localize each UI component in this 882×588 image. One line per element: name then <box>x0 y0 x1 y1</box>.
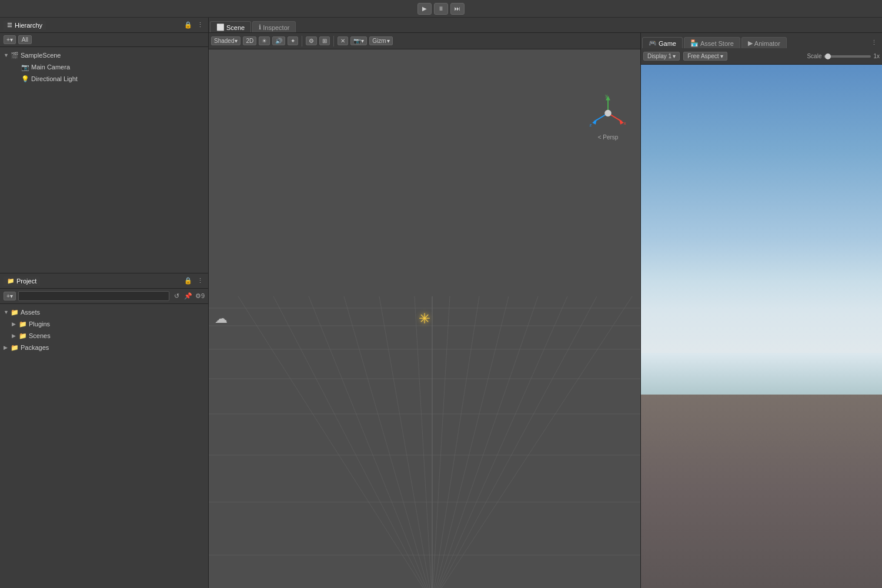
left-panel: ☰ Hierarchy 🔒 ⋮ +▾ All ▼ <box>0 18 209 588</box>
folder-scenes[interactable]: ▶ 📁 Scenes <box>0 330 208 342</box>
project-refresh-icon[interactable]: ↺ <box>172 292 181 301</box>
game-horizon <box>641 353 882 395</box>
svg-text:x: x <box>624 121 626 126</box>
scale-control: Scale 1x <box>807 53 880 59</box>
svg-line-11 <box>432 296 567 588</box>
persp-label[interactable]: < Persp <box>598 134 619 141</box>
project-more-icon[interactable]: ⋮ <box>195 276 205 286</box>
game-sky <box>641 65 882 353</box>
display-chevron: ▾ <box>673 53 676 59</box>
svg-line-1 <box>273 296 432 588</box>
animator-icon: ▶ <box>748 39 753 47</box>
gizmos-label: Gizm <box>372 38 386 44</box>
display-label: Display 1 <box>647 53 671 59</box>
play-button[interactable]: ▶ <box>417 3 432 15</box>
project-lock-icon[interactable]: 🔒 <box>183 276 193 286</box>
scene-grid-view[interactable]: .grid-line { stroke: #666; stroke-width:… <box>209 49 640 588</box>
main-camera-label: Main Camera <box>31 64 70 71</box>
light-icon: 💡 <box>21 75 29 83</box>
hierarchy-tab-icon: ☰ <box>7 22 12 28</box>
fx-toggle[interactable]: ✦ <box>288 36 298 45</box>
tab-inspector[interactable]: ℹ Inspector <box>252 21 296 32</box>
project-add-button[interactable]: +▾ <box>4 292 16 300</box>
inspector-tab-icon: ℹ <box>259 24 261 31</box>
project-panel: 📁 Project 🔒 ⋮ +▾ ↺ 📌 ⚙9 <box>0 273 208 588</box>
step-button[interactable]: ⏭ <box>450 3 465 15</box>
hierarchy-tab[interactable]: ☰ Hierarchy <box>4 21 46 30</box>
shading-chevron: ▾ <box>235 38 238 44</box>
lighting-toggle[interactable]: ☀ <box>259 36 270 45</box>
scene-tab-label: Scene <box>226 24 245 31</box>
shading-dropdown[interactable]: Shaded ▾ <box>211 36 240 45</box>
assets-label: Assets <box>21 309 40 316</box>
scene-icon: 🎬 <box>11 52 19 59</box>
animator-label: Animator <box>754 40 780 47</box>
svg-point-31 <box>604 110 611 116</box>
folder-assets[interactable]: ▼ 📁 Assets <box>0 306 208 318</box>
hierarchy-scene-item[interactable]: ▼ 🎬 SampleScene <box>0 49 208 61</box>
project-icons: ↺ 📌 ⚙9 <box>172 292 205 301</box>
hierarchy-main-camera-item[interactable]: 📷 Main Camera <box>0 61 208 73</box>
aspect-chevron: ▾ <box>720 53 723 59</box>
project-pin-icon[interactable]: 📌 <box>183 292 193 301</box>
svg-line-9 <box>432 296 509 588</box>
tab-scene[interactable]: ⬜ Scene <box>210 21 251 32</box>
scene-name-label: SampleScene <box>21 52 61 59</box>
scene-grid[interactable]: ⊞ <box>319 36 330 45</box>
tab-asset-store[interactable]: 🏪 Asset Store <box>684 37 740 48</box>
2d-button[interactable]: 2D <box>243 36 256 45</box>
scale-label: Scale <box>807 53 821 59</box>
folder-plugins[interactable]: ▶ 📁 Plugins <box>0 318 208 330</box>
display-dropdown[interactable]: Display 1 ▾ <box>643 52 680 61</box>
tab-game[interactable]: 🎮 Game <box>642 37 683 48</box>
scenes-label: Scenes <box>29 332 51 339</box>
hierarchy-directional-light-item[interactable]: 💡 Directional Light <box>0 73 208 85</box>
scale-slider[interactable] <box>824 55 871 58</box>
hierarchy-tab-bar: ☰ Hierarchy 🔒 ⋮ <box>0 18 208 33</box>
camera-icon: 📷 <box>21 64 29 71</box>
hierarchy-tab-icons: 🔒 ⋮ <box>183 21 205 30</box>
hierarchy-all-filter[interactable]: All <box>18 35 32 44</box>
project-tab-icon: 📁 <box>7 278 14 284</box>
plugins-folder-icon: 📁 <box>19 320 27 328</box>
hierarchy-tab-label: Hierarchy <box>15 22 42 29</box>
tab-animator[interactable]: ▶ Animator <box>741 37 787 48</box>
project-tab[interactable]: 📁 Project <box>4 276 40 286</box>
svg-line-4 <box>379 296 432 588</box>
scene-visibility[interactable]: ⚙ <box>306 36 317 45</box>
scenes-arrow-icon: ▶ <box>12 333 19 339</box>
scale-thumb[interactable] <box>825 54 831 59</box>
plugins-arrow-icon: ▶ <box>12 321 19 327</box>
plugins-label: Plugins <box>29 320 50 328</box>
pause-button[interactable]: ⏸ <box>434 3 448 15</box>
hierarchy-add-button[interactable]: +▾ <box>4 35 16 44</box>
aspect-dropdown[interactable]: Free Aspect ▾ <box>683 52 727 61</box>
project-search-input[interactable] <box>18 291 169 301</box>
svg-line-2 <box>309 296 432 588</box>
shading-label: Shaded <box>214 38 234 44</box>
camera-dropdown[interactable]: 📷 ▾ <box>350 36 367 45</box>
svg-text:y: y <box>605 93 607 98</box>
hierarchy-more-icon[interactable]: ⋮ <box>195 21 205 30</box>
project-toolbar: +▾ ↺ 📌 ⚙9 <box>0 289 208 304</box>
directional-light-label: Directional Light <box>31 75 78 82</box>
packages-label: Packages <box>21 344 49 351</box>
hierarchy-lock-icon[interactable]: 🔒 <box>183 21 193 30</box>
game-view-tabs: 🎮 Game 🏪 Asset Store ▶ Animator ⋮ <box>641 33 882 48</box>
separator-1 <box>302 36 302 46</box>
asset-store-label: Asset Store <box>700 40 734 47</box>
game-ground <box>641 395 882 588</box>
gizmos-dropdown[interactable]: Gizm ▾ <box>369 36 392 45</box>
game-tab-icon: 🎮 <box>649 39 657 47</box>
aspect-label: Free Aspect <box>687 53 719 59</box>
hierarchy-toolbar: +▾ All <box>0 33 208 47</box>
audio-toggle[interactable]: 🔊 <box>272 36 285 45</box>
scene-toolbar: Shaded ▾ 2D ☀ 🔊 ✦ ⚙ ⊞ ✕ 📷 <box>209 33 640 49</box>
project-badge-count[interactable]: ⚙9 <box>195 292 205 301</box>
project-content: ▼ 📁 Assets ▶ 📁 Plugins ▶ 📁 Scenes <box>0 304 208 588</box>
folder-packages[interactable]: ▶ 📁 Packages <box>0 342 208 353</box>
svg-line-3 <box>344 296 432 588</box>
scene-fx2[interactable]: ✕ <box>338 36 348 45</box>
svg-line-5 <box>415 296 432 588</box>
game-tabs-more[interactable]: ⋮ <box>867 37 881 48</box>
